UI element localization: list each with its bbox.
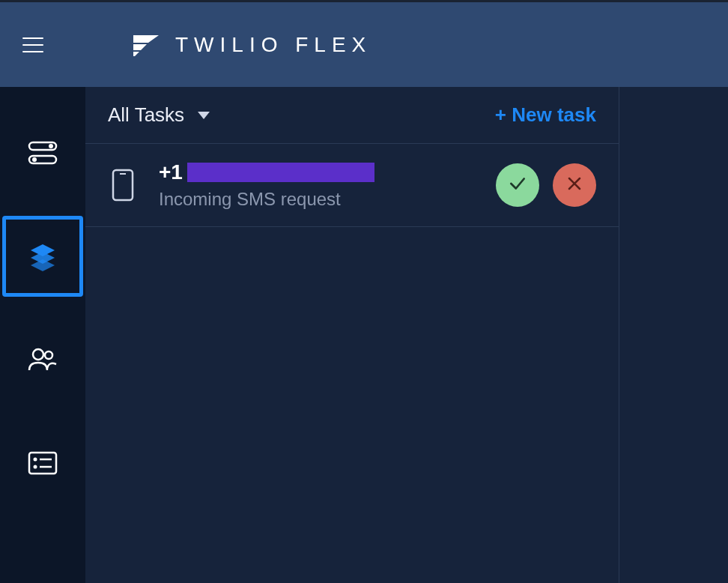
sidebar-item-status[interactable] xyxy=(2,112,83,193)
menu-button[interactable] xyxy=(15,27,51,63)
people-icon xyxy=(28,345,58,375)
task-row[interactable]: +1 Incoming SMS request xyxy=(85,144,619,227)
twilio-flex-logo-icon xyxy=(133,32,159,58)
close-icon xyxy=(565,175,583,196)
app-header: TWILIO FLEX xyxy=(0,0,728,87)
brand-name: TWILIO FLEX xyxy=(175,33,371,57)
brand: TWILIO FLEX xyxy=(133,32,371,58)
sidebar xyxy=(0,87,85,583)
right-panel xyxy=(619,87,728,583)
sidebar-item-list[interactable] xyxy=(2,423,83,504)
layers-icon xyxy=(28,241,58,271)
svg-point-1 xyxy=(49,144,53,148)
smartphone-icon xyxy=(108,167,138,203)
chevron-down-icon xyxy=(198,112,210,119)
task-phone-prefix: +1 xyxy=(159,160,183,184)
svg-rect-9 xyxy=(29,453,56,474)
svg-point-10 xyxy=(34,458,37,462)
svg-point-7 xyxy=(33,349,43,360)
redacted-phone xyxy=(187,163,374,182)
svg-point-3 xyxy=(32,157,37,162)
sidebar-item-team[interactable] xyxy=(2,319,83,400)
hamburger-icon xyxy=(22,37,43,52)
toggle-icon xyxy=(28,138,58,168)
svg-point-12 xyxy=(34,465,37,469)
svg-marker-6 xyxy=(31,259,55,271)
task-panel: All Tasks + New task +1 Incoming SMS req… xyxy=(85,87,619,583)
list-icon xyxy=(28,448,58,478)
task-filter-label: All Tasks xyxy=(108,103,184,127)
sidebar-item-tasks[interactable] xyxy=(2,216,83,297)
task-panel-header: All Tasks + New task xyxy=(85,87,619,144)
task-subtitle: Incoming SMS request xyxy=(159,189,475,210)
task-filter-dropdown[interactable]: All Tasks xyxy=(108,103,210,127)
task-phone-line: +1 xyxy=(159,160,475,184)
svg-point-8 xyxy=(45,351,52,359)
task-info: +1 Incoming SMS request xyxy=(159,160,475,210)
check-icon xyxy=(508,174,527,196)
reject-task-button[interactable] xyxy=(553,163,596,207)
task-actions xyxy=(496,163,596,207)
accept-task-button[interactable] xyxy=(496,163,539,207)
new-task-button[interactable]: + New task xyxy=(495,103,596,127)
